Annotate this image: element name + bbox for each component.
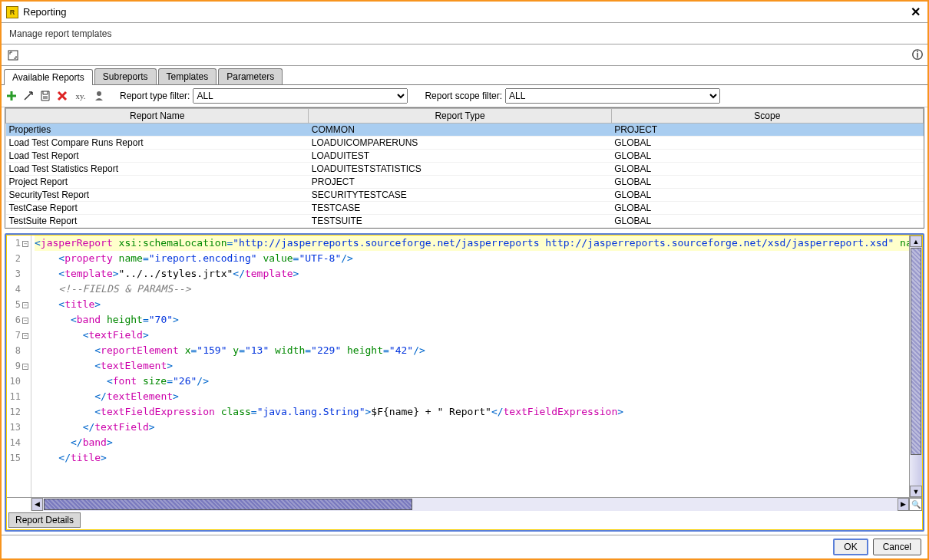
cell-scope: GLOBAL <box>611 137 923 150</box>
scroll-right-icon[interactable]: ▶ <box>898 498 909 511</box>
column-header[interactable]: Scope <box>611 109 923 124</box>
horizontal-scrollbar[interactable]: ◀ ▶ <box>31 498 909 511</box>
scroll-down-icon[interactable]: ▼ <box>910 486 922 497</box>
table-row[interactable]: Project ReportPROJECTGLOBAL <box>6 176 924 189</box>
window-title: Reporting <box>23 6 908 18</box>
table-row[interactable]: Load Test ReportLOADUITESTGLOBAL <box>6 150 924 163</box>
cell-scope: GLOBAL <box>611 163 923 176</box>
code-line[interactable]: <jasperReport xsi:schemaLocation="http:/… <box>35 236 909 251</box>
cell-scope: PROJECT <box>611 124 923 137</box>
vertical-scrollbar[interactable]: ▲ ▼ <box>909 236 922 497</box>
dialog-footer: OK Cancel <box>2 535 927 558</box>
code-gutter: 1−2345−6−7−89−101112131415 <box>7 236 31 497</box>
tab-templates[interactable]: Templates <box>158 68 217 84</box>
code-line[interactable]: <title> <box>35 297 909 312</box>
cell-scope: GLOBAL <box>611 189 923 202</box>
expand-icon[interactable] <box>6 48 20 62</box>
code-line[interactable]: </textElement> <box>35 389 909 404</box>
code-line[interactable]: </band> <box>35 435 909 450</box>
tab-parameters[interactable]: Parameters <box>218 68 283 84</box>
vscroll-thumb[interactable] <box>911 248 921 455</box>
table-row[interactable]: Load Test Statistics ReportLOADUITESTSTA… <box>6 163 924 176</box>
svg-point-1 <box>97 91 101 96</box>
cell-name: Load Test Statistics Report <box>6 163 309 176</box>
arrow-icon[interactable] <box>21 89 35 103</box>
code-line[interactable]: <font size="26"/> <box>35 374 909 389</box>
code-line[interactable]: <template>"../../styles.jrtx"</template> <box>35 266 909 282</box>
controls-bar: xy. Report type filter: ALL Report scope… <box>2 85 927 107</box>
filter-scope-label: Report scope filter: <box>425 91 502 101</box>
filter-scope-select[interactable]: ALL <box>505 88 720 104</box>
cell-name: TestSuite Report <box>6 215 309 228</box>
cell-name: SecurityTest Report <box>6 189 309 202</box>
cell-type: LOADUICOMPARERUNS <box>309 137 611 150</box>
tab-report-details[interactable]: Report Details <box>8 512 81 528</box>
table-row[interactable]: PropertiesCOMMONPROJECT <box>6 124 924 137</box>
tab-subreports[interactable]: Subreports <box>94 68 157 84</box>
info-icon[interactable]: ⓘ <box>912 48 923 62</box>
cell-scope: GLOBAL <box>611 150 923 163</box>
cell-name: Properties <box>6 124 309 137</box>
code-line[interactable]: <band height="70"> <box>35 312 909 328</box>
cell-name: TestCase Report <box>6 202 309 215</box>
code-editor[interactable]: 1−2345−6−7−89−101112131415 <jasperReport… <box>7 236 922 497</box>
column-header[interactable]: Report Type <box>309 109 611 124</box>
ok-button[interactable]: OK <box>833 539 868 555</box>
cell-type: COMMON <box>309 124 611 137</box>
filter-type-label: Report type filter: <box>120 91 190 101</box>
code-line[interactable]: <!--FIELDS & PARAMS--> <box>35 282 909 297</box>
code-line[interactable]: <property name="ireport.encoding" value=… <box>35 251 909 266</box>
cancel-button[interactable]: Cancel <box>873 539 921 555</box>
code-line[interactable]: <textField> <box>35 328 909 343</box>
main-tabs: Available ReportsSubreportsTemplatesPara… <box>2 66 927 85</box>
hscroll-thumb[interactable] <box>44 499 412 510</box>
top-toolbar: ⓘ <box>2 44 927 66</box>
svg-rect-0 <box>8 51 18 60</box>
cell-name: Project Report <box>6 176 309 189</box>
table-row[interactable]: TestCase ReportTESTCASEGLOBAL <box>6 202 924 215</box>
add-icon[interactable] <box>5 89 18 103</box>
close-icon[interactable]: ✕ <box>908 5 923 19</box>
code-line[interactable]: </title> <box>35 450 909 466</box>
cell-type: LOADUITEST <box>309 150 611 163</box>
filter-type-select[interactable]: ALL <box>193 88 408 104</box>
cell-scope: GLOBAL <box>611 176 923 189</box>
cell-type: PROJECT <box>309 176 611 189</box>
user-icon[interactable] <box>92 89 106 103</box>
cell-type: TESTCASE <box>309 202 611 215</box>
cell-name: Load Test Report <box>6 150 309 163</box>
cell-name: Load Test Compare Runs Report <box>6 137 309 150</box>
cell-scope: GLOBAL <box>611 202 923 215</box>
scroll-left-icon[interactable]: ◀ <box>31 498 43 511</box>
app-icon: R <box>6 6 18 18</box>
title-bar: R Reporting ✕ <box>2 2 927 23</box>
code-body[interactable]: <jasperReport xsi:schemaLocation="http:/… <box>31 236 909 497</box>
editor-panel: 1−2345−6−7−89−101112131415 <jasperReport… <box>5 233 924 532</box>
cell-type: TESTSUITE <box>309 215 611 228</box>
cell-type: LOADUITESTSTATISTICS <box>309 163 611 176</box>
code-line[interactable]: </textField> <box>35 420 909 435</box>
table-row[interactable]: TestSuite ReportTESTSUITEGLOBAL <box>6 215 924 228</box>
cell-scope: GLOBAL <box>611 215 923 228</box>
window-subtitle: Manage report templates <box>2 23 927 44</box>
reports-table: Report NameReport TypeScope PropertiesCO… <box>5 107 924 229</box>
tab-available-reports[interactable]: Available Reports <box>4 69 93 85</box>
column-header[interactable]: Report Name <box>6 109 309 124</box>
table-row[interactable]: SecurityTest ReportSECURITYTESTCASEGLOBA… <box>6 189 924 202</box>
rename-icon[interactable]: xy. <box>72 89 89 103</box>
table-row[interactable]: Load Test Compare Runs ReportLOADUICOMPA… <box>6 137 924 150</box>
cell-type: SECURITYTESTCASE <box>309 189 611 202</box>
code-line[interactable]: <textFieldExpression class="java.lang.St… <box>35 404 909 420</box>
code-line[interactable]: <textElement> <box>35 358 909 374</box>
save-icon[interactable] <box>38 89 52 103</box>
code-line[interactable]: <reportElement x="159" y="13" width="229… <box>35 343 909 358</box>
delete-icon[interactable] <box>55 89 69 103</box>
scroll-up-icon[interactable]: ▲ <box>910 236 922 247</box>
zoom-icon[interactable]: 🔍 <box>909 498 922 511</box>
